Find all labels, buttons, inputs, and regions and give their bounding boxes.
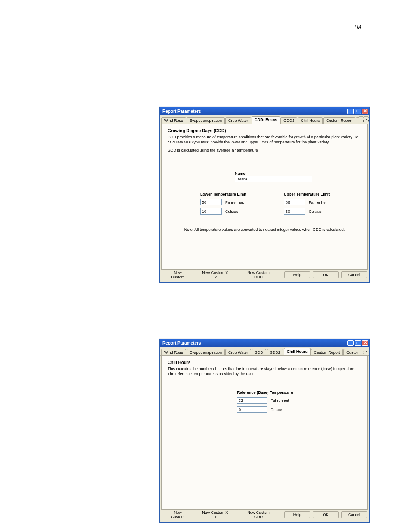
- new-custom-gdd-button[interactable]: New Custom GDD: [238, 269, 279, 280]
- gdd-note: Note: All temperature values are convert…: [162, 227, 367, 232]
- maximize-icon: □: [356, 341, 359, 345]
- chevron-left-icon: ‹: [361, 118, 362, 121]
- close-icon: ✕: [364, 341, 367, 345]
- chill-desc: This indicates the number of hours that …: [168, 367, 361, 376]
- minimize-button[interactable]: _: [347, 340, 354, 346]
- tab-panel-gdd: Growing Degree Days (GDD) GDD provides a…: [161, 124, 368, 270]
- tab-scroll-left[interactable]: ‹: [359, 116, 363, 122]
- new-custom-button[interactable]: New Custom: [162, 509, 193, 520]
- titlebar: Report Parameters _ □ ✕: [160, 107, 369, 115]
- minimize-button[interactable]: _: [347, 109, 354, 114]
- maximize-icon: □: [356, 109, 359, 113]
- tab-gdd2: GDD2: [267, 349, 283, 356]
- section-title-chill: Chill Hours: [168, 360, 361, 365]
- window-title: Report Parameters: [162, 109, 346, 114]
- tab-gdd[interactable]: GDD: [252, 349, 266, 356]
- fahrenheit-label: Fahrenheit: [271, 398, 289, 403]
- minimize-icon: _: [349, 109, 352, 113]
- window-report-parameters-gdd: Report Parameters _ □ ✕ Wind Rose Evapot…: [159, 107, 370, 283]
- gdd-desc-2: GDD is calculated using the average air …: [168, 148, 361, 153]
- new-custom-button[interactable]: New Custom: [162, 269, 193, 280]
- header-rule: [34, 32, 377, 32]
- window-title: Report Parameters: [162, 341, 346, 345]
- titlebar: Report Parameters _ □ ✕: [160, 339, 369, 347]
- tab-gdd-beans[interactable]: GDD: Beans: [252, 116, 280, 124]
- window-report-parameters-chill: Report Parameters _ □ ✕ Wind Rose Evapot…: [159, 339, 370, 523]
- tab-wind-rose[interactable]: Wind Rose: [161, 349, 186, 356]
- help-button[interactable]: Help: [284, 511, 310, 518]
- upper-fahrenheit-input[interactable]: [284, 199, 305, 205]
- new-custom-gdd-button[interactable]: New Custom GDD: [238, 509, 279, 520]
- tabs-row: Wind Rose Evapotranspiration Crop Water …: [160, 347, 369, 356]
- name-label: Name: [235, 171, 312, 176]
- tab-panel-chill: Chill Hours This indicates the number of…: [161, 356, 368, 510]
- reference-temp-label: Reference (Base) Temperature: [237, 390, 293, 395]
- close-button[interactable]: ✕: [362, 340, 368, 346]
- minimize-icon: _: [349, 341, 352, 345]
- lower-fahrenheit-input[interactable]: [200, 199, 222, 205]
- celsius-label: Celsius: [225, 209, 238, 214]
- trademark-text: TM: [354, 24, 361, 30]
- tab-crop-water[interactable]: Crop Water: [225, 349, 251, 356]
- gdd-desc-1: GDD provides a measure of temperature co…: [168, 135, 361, 145]
- tab-gdd2[interactable]: GDD2: [280, 117, 297, 124]
- tab-evapotranspiration[interactable]: Evapotranspiration: [187, 117, 225, 124]
- chevron-left-icon: ‹: [361, 349, 362, 353]
- tab-crop-water[interactable]: Crop Water: [225, 117, 251, 124]
- button-bar: New Custom New Custom X-Y New Custom GDD…: [162, 509, 367, 520]
- lower-celsius-input[interactable]: [200, 208, 222, 215]
- fahrenheit-label: Fahrenheit: [309, 200, 327, 205]
- tab-custom-report[interactable]: Custom Report: [311, 349, 343, 356]
- lower-limit-label: Lower Temperature Limit: [200, 192, 262, 196]
- chevron-right-icon: ›: [366, 349, 367, 353]
- ref-celsius-input[interactable]: [237, 406, 267, 413]
- celsius-label: Celsius: [309, 209, 322, 214]
- tab-scroll-right[interactable]: ›: [364, 348, 368, 354]
- tab-scroll-right[interactable]: ›: [364, 116, 368, 122]
- section-title-gdd: Growing Degree Days (GDD): [168, 128, 361, 133]
- close-icon: ✕: [364, 109, 367, 113]
- celsius-label: Celsius: [271, 408, 283, 412]
- upper-celsius-input[interactable]: [284, 208, 305, 215]
- maximize-button[interactable]: □: [355, 340, 361, 346]
- close-button[interactable]: ✕: [362, 109, 368, 114]
- fahrenheit-label: Fahrenheit: [225, 200, 244, 205]
- tab-chill-hours[interactable]: Chill Hours: [284, 348, 311, 355]
- ok-button[interactable]: OK: [313, 511, 339, 518]
- new-custom-xy-button[interactable]: New Custom X-Y: [196, 509, 235, 520]
- cancel-button[interactable]: Cancel: [341, 511, 367, 518]
- name-input[interactable]: [235, 176, 312, 182]
- tab-custom-report[interactable]: Custom Report: [323, 117, 355, 124]
- ref-fahrenheit-input[interactable]: [237, 397, 267, 404]
- ok-button[interactable]: OK: [313, 271, 339, 278]
- maximize-button[interactable]: □: [355, 109, 361, 114]
- new-custom-xy-button[interactable]: New Custom X-Y: [196, 269, 235, 280]
- chevron-right-icon: ›: [366, 118, 367, 121]
- tab-chill-hours[interactable]: Chill Hours: [298, 117, 323, 124]
- upper-limit-label: Upper Temperature Limit: [284, 192, 346, 196]
- cancel-button[interactable]: Cancel: [341, 271, 367, 278]
- tab-scroll-left[interactable]: ‹: [359, 348, 363, 354]
- button-bar: New Custom New Custom X-Y New Custom GDD…: [162, 269, 367, 280]
- tab-evapotranspiration[interactable]: Evapotranspiration: [187, 349, 225, 356]
- tabs-row: Wind Rose Evapotranspiration Crop Water …: [160, 115, 369, 124]
- tab-wind-rose[interactable]: Wind Rose: [161, 117, 186, 124]
- help-button[interactable]: Help: [284, 271, 310, 278]
